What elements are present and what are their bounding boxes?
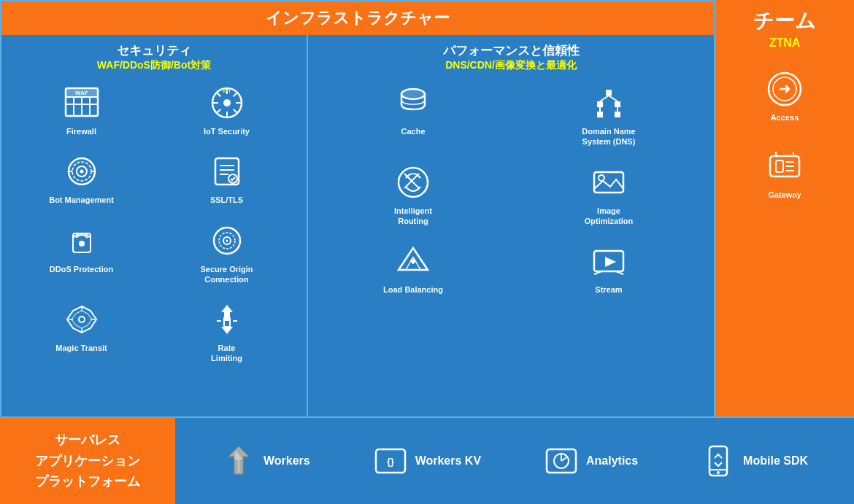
infra-title: インフラストラクチャー [1, 1, 714, 35]
security-column: セキュリティ WAF/DDoS防御/Bot対策 [1, 35, 308, 416]
svg-rect-75 [776, 160, 783, 172]
image-optimization-icon [588, 162, 629, 203]
workers-icon [221, 443, 256, 478]
svg-point-86 [717, 471, 720, 474]
access-label: Access [771, 112, 799, 123]
svg-line-56 [600, 96, 609, 101]
ddos-protection-item[interactable]: DDoS Protection [9, 216, 154, 290]
ddos-protection-icon [61, 220, 102, 261]
iot-security-item[interactable]: IOT IoT Security [154, 78, 299, 141]
svg-marker-37 [72, 311, 92, 328]
svg-point-22 [80, 170, 83, 174]
svg-point-67 [411, 259, 415, 263]
firewall-item[interactable]: WAF Firewall [9, 78, 154, 141]
firewall-label: Firewall [66, 126, 96, 136]
svg-rect-52 [597, 101, 603, 107]
svg-point-35 [226, 239, 228, 241]
ssl-tls-label: SSL/TLS [210, 195, 243, 205]
svg-marker-45 [221, 327, 233, 334]
load-balancing-icon [393, 241, 434, 282]
dns-icon [588, 82, 629, 123]
svg-line-57 [609, 96, 618, 101]
cache-label: Cache [401, 126, 425, 136]
team-column: チーム ZTNA Access [715, 0, 854, 416]
gateway-label: Gateway [768, 190, 801, 200]
bot-management-icon [61, 151, 102, 192]
access-item[interactable]: Access [761, 64, 808, 127]
security-subtitle: WAF/DDoS防御/Bot対策 [9, 59, 299, 72]
workers-kv-label: Workers KV [415, 454, 481, 468]
secure-origin-item[interactable]: Secure Origin Connection [154, 216, 299, 290]
security-header: セキュリティ WAF/DDoS防御/Bot対策 [9, 42, 299, 72]
workers-item[interactable]: Workers [221, 443, 310, 478]
workers-kv-item[interactable]: {} Workers KV [373, 443, 481, 478]
svg-text:IOT: IOT [223, 88, 231, 93]
iot-security-icon: IOT [207, 82, 247, 123]
access-icon [764, 69, 805, 109]
performance-grid: Cache [315, 78, 707, 299]
bot-management-label: Bot Management [49, 195, 114, 205]
intelligent-routing-item[interactable]: Intelligent Routing [315, 158, 511, 231]
cache-item[interactable]: Cache [315, 78, 511, 152]
magic-transit-icon [61, 299, 102, 340]
cache-icon [393, 82, 434, 123]
performance-column: パフォーマンスと信頼性 DNS/CDN/画像変換と最適化 [308, 35, 714, 416]
intelligent-routing-label: Intelligent Routing [394, 206, 432, 227]
infra-content: セキュリティ WAF/DDoS防御/Bot対策 [1, 35, 714, 416]
secure-origin-label: Secure Origin Connection [200, 264, 253, 285]
magic-transit-label: Magic Transit [55, 343, 107, 353]
image-optimization-item[interactable]: Image Optimization [511, 158, 707, 231]
secure-origin-icon [207, 220, 247, 261]
svg-text:{}: {} [387, 456, 394, 467]
mobile-sdk-label: Mobile SDK [743, 454, 808, 468]
mobile-sdk-item[interactable]: Mobile SDK [701, 443, 808, 478]
stream-item[interactable]: Stream [511, 236, 707, 299]
gateway-icon [764, 146, 805, 187]
performance-subtitle: DNS/CDN/画像変換と最適化 [315, 59, 707, 72]
infra-area: インフラストラクチャー セキュリティ WAF/DDoS防御/Bot対策 [0, 0, 715, 416]
ssl-tls-icon [207, 151, 247, 192]
team-grid: Access Gateway [719, 64, 850, 205]
magic-transit-item[interactable]: Magic Transit [9, 295, 154, 368]
analytics-icon [544, 443, 579, 478]
svg-rect-53 [615, 101, 620, 107]
rate-limiting-item[interactable]: Rate Limiting [154, 295, 299, 368]
image-optimization-label: Image Optimization [585, 206, 634, 227]
team-subtitle: ZTNA [769, 36, 801, 50]
svg-marker-69 [605, 257, 616, 267]
workers-label: Workers [263, 454, 310, 468]
firewall-icon: WAF [61, 82, 102, 123]
svg-line-15 [233, 109, 237, 114]
bot-management-item[interactable]: Bot Management [9, 147, 154, 209]
stream-icon [588, 241, 629, 282]
security-title: セキュリティ [9, 42, 299, 59]
performance-header: パフォーマンスと信頼性 DNS/CDN/画像変換と最適化 [315, 42, 707, 72]
gateway-item[interactable]: Gateway [761, 141, 808, 204]
svg-point-62 [599, 175, 604, 181]
svg-rect-55 [615, 112, 620, 117]
svg-rect-54 [597, 112, 603, 117]
workers-kv-icon: {} [373, 443, 408, 478]
load-balancing-item[interactable]: Load Balancing [315, 236, 511, 299]
bottom-section: サーバレス アプリケーション プラットフォーム Workers {} Worke… [0, 416, 854, 504]
performance-title: パフォーマンスと信頼性 [315, 42, 707, 59]
svg-line-16 [233, 93, 237, 97]
intelligent-routing-icon [393, 162, 434, 203]
svg-text:WAF: WAF [75, 90, 88, 96]
svg-line-17 [216, 109, 220, 114]
analytics-item[interactable]: Analytics [544, 443, 638, 478]
svg-rect-44 [224, 312, 230, 321]
dns-item[interactable]: Domain Name System (DNS) [511, 78, 707, 152]
stream-label: Stream [595, 284, 622, 295]
svg-rect-51 [606, 90, 612, 96]
analytics-label: Analytics [586, 454, 638, 468]
bottom-items: Workers {} Workers KV Analytics [175, 418, 854, 504]
rate-limiting-icon [207, 299, 247, 340]
team-title: チーム [753, 7, 816, 35]
svg-point-50 [401, 89, 425, 99]
ssl-tls-item[interactable]: SSL/TLS [154, 147, 299, 209]
mobile-sdk-icon [701, 443, 736, 478]
rate-limiting-label: Rate Limiting [211, 343, 242, 364]
svg-point-31 [79, 241, 85, 247]
security-grid: WAF Firewall [9, 78, 299, 368]
